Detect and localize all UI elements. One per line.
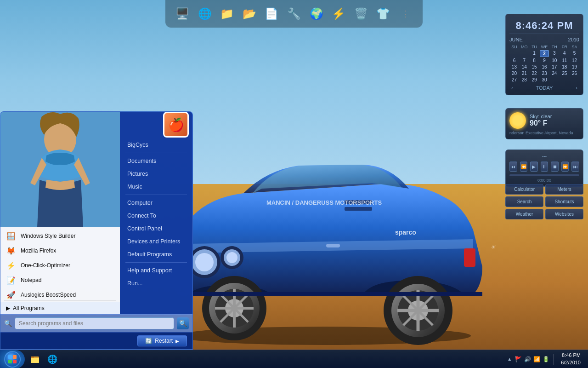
- cal-day-18[interactable]: 18: [560, 64, 569, 70]
- tray-network-icon[interactable]: 📶: [533, 356, 540, 363]
- cal-day-27[interactable]: 27: [509, 77, 519, 83]
- cal-day-2-today[interactable]: 2: [540, 50, 549, 57]
- tray-battery-icon[interactable]: 🔋: [542, 356, 549, 363]
- cal-day-empty5: [570, 77, 579, 83]
- cal-day-13[interactable]: 13: [509, 64, 519, 70]
- cal-day-3[interactable]: 3: [549, 50, 559, 57]
- ql-docs-icon[interactable]: 📄: [262, 4, 282, 24]
- tray-expand-arrow[interactable]: ▲: [506, 356, 513, 362]
- cal-day-11[interactable]: 11: [560, 58, 569, 63]
- right-help-support[interactable]: Help and Support: [120, 264, 192, 277]
- media-next-btn[interactable]: ⏭: [571, 161, 579, 172]
- program-windows-style-builder[interactable]: 🪟 Windows Style Builder: [0, 229, 120, 243]
- svg-rect-39: [13, 355, 17, 359]
- right-pictures[interactable]: Pictures: [120, 167, 192, 180]
- programs-separator: [4, 300, 116, 300]
- right-run[interactable]: Run...: [120, 277, 192, 290]
- media-rewind-btn[interactable]: ⏪: [520, 161, 528, 172]
- cal-day-1[interactable]: 1: [530, 50, 539, 57]
- ql-recycle-icon[interactable]: 🗑️: [351, 4, 371, 24]
- cal-day-30[interactable]: 30: [540, 77, 549, 83]
- program-one-click-optimizer[interactable]: ⚡ One-Click-Optimizer: [0, 258, 120, 273]
- media-pause-btn[interactable]: ⏸: [541, 161, 548, 172]
- right-default-programs[interactable]: Default Programs: [120, 248, 192, 261]
- cal-day-12[interactable]: 12: [570, 58, 579, 63]
- program-mozilla-firefox[interactable]: 🦊 Mozilla Firefox: [0, 243, 120, 258]
- cal-day-23[interactable]: 23: [540, 70, 549, 76]
- cal-day-21[interactable]: 21: [520, 70, 529, 76]
- tray-flag-icon[interactable]: 🚩: [514, 356, 522, 363]
- ql-browser-icon[interactable]: 🌐: [195, 4, 215, 24]
- cal-day-8[interactable]: 8: [530, 58, 539, 63]
- svg-rect-41: [13, 360, 17, 363]
- cal-next-btn[interactable]: ›: [574, 85, 579, 91]
- ql-optimize-icon[interactable]: ⚡: [329, 4, 349, 24]
- media-prev-btn[interactable]: ⏮: [509, 161, 517, 172]
- ql-folder2-icon[interactable]: 📂: [240, 4, 260, 24]
- cal-day-25[interactable]: 25: [560, 70, 569, 76]
- restart-button[interactable]: 🔄 Restart ▶: [137, 335, 187, 346]
- taskbar-ie-icon[interactable]: 🌐: [44, 351, 61, 368]
- cal-day-26[interactable]: 26: [570, 70, 579, 76]
- start-menu-left-panel: 🪟 Windows Style Builder 🦊 Mozilla Firefo…: [0, 112, 120, 314]
- meters-widget-btn[interactable]: Meters: [545, 184, 583, 195]
- shutdown-arrow-icon: ▶: [175, 339, 179, 344]
- cal-day-28[interactable]: 28: [520, 77, 529, 83]
- taskbar-explorer-icon[interactable]: [27, 351, 43, 368]
- widget-buttons-panel: Calculator Meters Search Shortcuts Weath…: [505, 184, 583, 219]
- search-icon: 🔍: [4, 320, 12, 327]
- taskbar-clock[interactable]: 8:46 PM 6/2/2010: [557, 352, 584, 366]
- right-documents[interactable]: Documents: [120, 155, 192, 167]
- calculator-widget-btn[interactable]: Calculator: [505, 184, 543, 195]
- restart-icon: 🔄: [145, 338, 152, 344]
- search-programs-input[interactable]: [15, 317, 174, 329]
- ql-folder-icon[interactable]: 📁: [217, 4, 237, 24]
- cal-day-5[interactable]: 5: [570, 50, 579, 57]
- cal-day-empty3: [549, 77, 559, 83]
- program-notepad[interactable]: 📝 Notepad: [0, 273, 120, 288]
- ql-tshirt-icon[interactable]: 👕: [373, 4, 393, 24]
- cal-day-17[interactable]: 17: [549, 64, 559, 70]
- start-button[interactable]: [0, 350, 25, 368]
- cal-header-sa: SA: [570, 44, 579, 50]
- cal-prev-btn[interactable]: ‹: [509, 85, 515, 91]
- right-devices-printers[interactable]: Devices and Printers: [120, 235, 192, 248]
- media-fast-fwd-btn[interactable]: ⏩: [561, 161, 569, 172]
- cal-day-24[interactable]: 24: [549, 70, 559, 76]
- ql-computer-icon[interactable]: 🖥️: [173, 4, 192, 24]
- all-programs-button[interactable]: ▶ All Programs: [0, 302, 120, 314]
- cal-day-4[interactable]: 4: [560, 50, 569, 57]
- cal-day-22[interactable]: 22: [530, 70, 539, 76]
- taskbar-pinned-icons: 🌐: [27, 350, 61, 368]
- right-bigcycs[interactable]: BigCycs: [120, 138, 192, 151]
- ql-internet-icon[interactable]: 🌍: [306, 4, 326, 24]
- svg-rect-44: [31, 356, 34, 358]
- search-widget-btn[interactable]: Search: [505, 196, 543, 207]
- right-music[interactable]: Music: [120, 180, 192, 193]
- cal-day-14[interactable]: 14: [520, 64, 529, 70]
- right-control-panel[interactable]: Control Panel: [120, 222, 192, 235]
- tray-sound-icon[interactable]: 🔊: [524, 356, 531, 363]
- websites-widget-btn[interactable]: Websites: [545, 209, 583, 219]
- right-computer[interactable]: Computer: [120, 196, 192, 209]
- ql-tools-icon[interactable]: 🔧: [284, 4, 304, 24]
- cal-day-15[interactable]: 15: [530, 64, 539, 70]
- cal-today-label[interactable]: TODAY: [536, 85, 553, 91]
- media-progress-bar[interactable]: [509, 174, 579, 176]
- right-connect-to[interactable]: Connect To: [120, 209, 192, 222]
- cal-day-20[interactable]: 20: [509, 70, 519, 76]
- media-stop-btn[interactable]: ⏹: [551, 161, 559, 172]
- media-play-btn[interactable]: ▶: [530, 161, 538, 172]
- cal-day-9[interactable]: 9: [540, 58, 549, 63]
- cal-day-16[interactable]: 16: [540, 64, 549, 70]
- cal-day-19[interactable]: 19: [570, 64, 579, 70]
- weather-widget-btn[interactable]: Weather: [505, 209, 543, 219]
- restart-label: Restart: [155, 338, 173, 344]
- cal-day-29[interactable]: 29: [530, 77, 539, 83]
- cal-day-10[interactable]: 10: [549, 58, 559, 63]
- shortcuts-widget-btn[interactable]: Shortcuts: [545, 196, 583, 207]
- cal-day-7[interactable]: 7: [520, 58, 529, 63]
- search-submit-btn[interactable]: 🔍: [177, 317, 189, 329]
- cal-day-6[interactable]: 6: [509, 58, 519, 63]
- program-auslogics[interactable]: 🚀 Auslogics BoostSpeed: [0, 288, 120, 299]
